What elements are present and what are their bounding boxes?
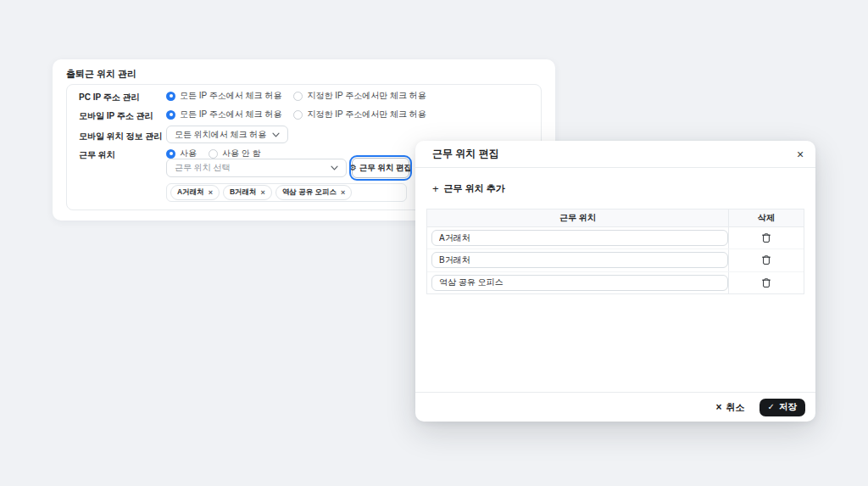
pc-ip-radio-all[interactable]: 모든 IP 주소에서 체크 허용 <box>166 90 281 102</box>
radio-label: 사용 안 함 <box>222 148 261 159</box>
chevron-down-icon <box>331 165 338 170</box>
add-work-location-button-label: 근무 위치 추가 <box>444 182 505 195</box>
radio-on-icon <box>166 92 175 101</box>
radio-off-icon <box>293 92 303 101</box>
trash-icon <box>761 254 771 265</box>
radio-label: 모든 IP 주소에서 체크 허용 <box>180 109 281 120</box>
table-header-delete: 삭제 <box>729 209 804 226</box>
location-input[interactable] <box>431 275 728 291</box>
plus-icon: + <box>432 183 439 194</box>
work-location-label: 근무 위치 <box>79 149 115 161</box>
gear-icon: ⚙ <box>349 164 357 172</box>
check-icon: ✓ <box>768 403 775 411</box>
modal-footer: × 취소 ✓ 저장 <box>415 392 815 422</box>
work-location-radio-group: 사용 사용 안 함 <box>166 148 261 159</box>
radio-on-icon <box>166 149 175 159</box>
x-icon: × <box>716 402 722 412</box>
mobile-ip-label: 모바일 IP 주소 관리 <box>79 110 153 122</box>
cancel-button[interactable]: × 취소 <box>716 401 745 414</box>
work-location-table: 근무 위치 삭제 <box>426 209 804 294</box>
modal-header: 근무 위치 편집 × <box>415 141 815 168</box>
work-location-tag: 역삼 공유 오피스 × <box>275 185 353 200</box>
pc-ip-radio-group: 모든 IP 주소에서 체크 허용 지정한 IP 주소에서만 체크 허용 <box>166 90 426 102</box>
mobile-location-select[interactable]: 모든 위치에서 체크 허용 <box>166 126 288 143</box>
delete-cell <box>729 227 804 249</box>
table-row <box>427 249 804 271</box>
location-cell <box>427 249 729 271</box>
location-cell <box>427 227 729 249</box>
chevron-down-icon <box>272 132 280 137</box>
table-row <box>427 271 804 293</box>
edit-modal: 근무 위치 편집 × + 근무 위치 추가 근무 위치 삭제 <box>415 141 815 422</box>
settings-card-title: 출퇴근 위치 관리 <box>66 68 136 81</box>
radio-off-icon <box>209 149 218 159</box>
work-location-tag-box: A거래처 × B거래처 × 역삼 공유 오피스 × <box>166 183 407 202</box>
delete-row-button[interactable] <box>759 275 774 290</box>
location-input[interactable] <box>431 252 728 268</box>
trash-icon <box>761 277 771 288</box>
location-cell <box>427 272 729 293</box>
modal-title: 근무 위치 편집 <box>432 147 499 161</box>
pc-ip-label: PC IP 주소 관리 <box>79 92 140 103</box>
remove-icon[interactable]: × <box>341 189 345 197</box>
radio-label: 사용 <box>180 148 197 159</box>
delete-row-button[interactable] <box>759 253 774 268</box>
tag-label: A거래처 <box>177 187 204 198</box>
edit-work-location-button-label: 근무 위치 편집 <box>359 163 412 174</box>
cancel-button-label: 취소 <box>726 401 745 414</box>
radio-label: 모든 IP 주소에서 체크 허용 <box>180 90 281 102</box>
add-work-location-button[interactable]: + 근무 위치 추가 <box>432 182 505 195</box>
work-location-tag: B거래처 × <box>223 185 272 200</box>
radio-label: 지정한 IP 주소에서만 체크 허용 <box>307 109 426 120</box>
mobile-ip-radio-group: 모든 IP 주소에서 체크 허용 지정한 IP 주소에서만 체크 허용 <box>166 109 426 120</box>
work-location-radio-use[interactable]: 사용 <box>166 148 197 159</box>
mobile-location-label: 모바일 위치 정보 관리 <box>79 131 162 142</box>
table-row <box>427 227 804 249</box>
select-placeholder: 근무 위치 선택 <box>175 162 231 174</box>
select-value: 모든 위치에서 체크 허용 <box>175 129 266 141</box>
table-header-location: 근무 위치 <box>427 209 729 226</box>
save-button[interactable]: ✓ 저장 <box>760 399 805 416</box>
delete-row-button[interactable] <box>759 231 774 246</box>
close-icon[interactable]: × <box>793 148 807 161</box>
tag-label: B거래처 <box>230 187 257 198</box>
radio-on-icon <box>166 110 175 120</box>
radio-label: 지정한 IP 주소에서만 체크 허용 <box>307 90 426 102</box>
work-location-radio-no-use[interactable]: 사용 안 함 <box>209 148 261 159</box>
remove-icon[interactable]: × <box>261 189 265 197</box>
mobile-ip-radio-all[interactable]: 모든 IP 주소에서 체크 허용 <box>166 109 281 120</box>
tag-label: 역삼 공유 오피스 <box>282 187 337 198</box>
mobile-ip-radio-specified[interactable]: 지정한 IP 주소에서만 체크 허용 <box>293 109 426 120</box>
location-input[interactable] <box>431 230 728 246</box>
delete-cell <box>729 249 804 271</box>
edit-work-location-button[interactable]: ⚙ 근무 위치 편집 <box>352 158 409 178</box>
table-header-row: 근무 위치 삭제 <box>427 209 804 227</box>
delete-cell <box>729 272 804 293</box>
pc-ip-radio-specified[interactable]: 지정한 IP 주소에서만 체크 허용 <box>293 90 426 102</box>
save-button-label: 저장 <box>779 401 797 413</box>
trash-icon <box>761 232 771 243</box>
work-location-select[interactable]: 근무 위치 선택 <box>166 159 347 177</box>
remove-icon[interactable]: × <box>209 189 213 197</box>
work-location-tag: A거래처 × <box>170 185 220 200</box>
table-body <box>427 227 804 293</box>
radio-off-icon <box>293 110 303 120</box>
